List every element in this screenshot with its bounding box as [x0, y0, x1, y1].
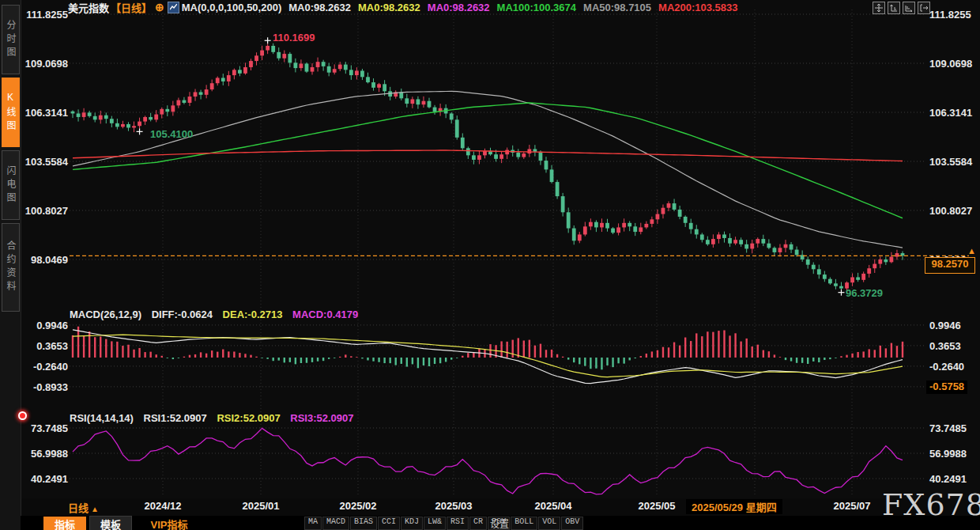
sidebar: 分时图 K线图 闪电图 合约资料 [0, 0, 21, 530]
rsi3-value: RSI3:52.0907 [290, 412, 353, 424]
price-axis-right-2: 106.3141 [929, 107, 972, 119]
ma-settings-label: MA(0,0,0,100,50,200) [182, 2, 281, 13]
bottom-toolbar: 指标 模板 VIP指标 MA MACD BIAS CCI KDJ LW& RSI… [21, 516, 980, 530]
ma50-value: MA50:98.7105 [583, 2, 651, 13]
rsi-axis-right-0: 73.7485 [929, 422, 967, 434]
price-axis-left-3: 103.5584 [22, 156, 68, 168]
price-chart-canvas[interactable] [0, 0, 980, 530]
indicator-button-cci[interactable]: CCI [378, 517, 400, 530]
price-up-arrow-icon: ▲ [967, 246, 976, 256]
macd-axis-right-2: -0.2640 [929, 361, 964, 373]
date-label-2: 2025/02 [333, 500, 383, 512]
date-label-5: 2025/05 [631, 500, 682, 512]
macd-axis-left-0: 0.9946 [22, 320, 68, 331]
pan-chart-icon[interactable] [873, 2, 885, 14]
rsi-axis-left-1: 56.9988 [22, 448, 68, 460]
price-axis-left-1: 109.0698 [22, 58, 68, 70]
indicator-button-vol[interactable]: VOL [538, 517, 560, 530]
macd-last-value-badge: -0.5758 [926, 380, 967, 394]
early-low-price-label: 105.4100 [150, 128, 193, 140]
rsi-axis-right-1: 56.9988 [929, 448, 967, 460]
rsi-axis-left-0: 73.7485 [22, 422, 68, 434]
indicator-button-rsi[interactable]: RSI [447, 517, 469, 530]
date-label-1: 2025/01 [236, 500, 286, 512]
macd-axis-right-1: 0.3653 [929, 340, 961, 352]
indicator-button-bias[interactable]: BIAS [350, 517, 377, 530]
date-label-0: 2024/12 [138, 500, 188, 512]
high-price-label: 110.1699 [273, 32, 315, 44]
indicator-button-kdj[interactable]: KDJ [401, 517, 423, 530]
add-indicator-icon[interactable]: ⊕ [155, 1, 164, 13]
ma0-value-3: MA0:98.2632 [428, 2, 490, 13]
tab-indicators[interactable]: 指标 [43, 517, 86, 530]
last-price-badge: 98.2570 [925, 257, 975, 274]
macd-axis-left-1: 0.3653 [22, 340, 68, 352]
indicator-button-boll[interactable]: BOLL [511, 517, 537, 530]
date-label-3: 2025/03 [428, 500, 479, 512]
indicator-button-cr[interactable]: CR [469, 517, 487, 530]
rsi-axis-left-2: 40.2491 [22, 473, 68, 485]
macd-title: MACD(26,12,9) [70, 309, 141, 320]
indicator-chart-icon [168, 2, 179, 13]
sidebar-item-candlestick-chart[interactable]: K线图 [2, 78, 20, 147]
price-axis-right-1: 109.0698 [929, 58, 972, 70]
date-label-4: 2025/04 [528, 500, 579, 512]
chart-toolbar [873, 2, 930, 14]
symbol-title: 美元指数 [68, 0, 109, 15]
indicator-button-ma[interactable]: MA [304, 517, 322, 530]
macd-diff-value: DIFF:-0.0624 [152, 309, 213, 320]
tab-vip-indicators[interactable]: VIP指标 [139, 517, 199, 530]
exit-fullscreen-icon[interactable] [918, 2, 930, 14]
price-axis-right-0: 111.8255 [929, 9, 971, 21]
settings-button[interactable]: 设置 [490, 517, 509, 530]
macd-dea-value: DEA:-0.2713 [223, 309, 283, 320]
period-title: 【日线】 [111, 0, 152, 15]
period-dropdown-icon: ▲ [91, 505, 99, 513]
indicator-button-macd[interactable]: MACD [322, 517, 349, 530]
crosshair-date-label: 2025/05/29 星期四 [686, 499, 782, 514]
macd-axis-right-0: 0.9946 [929, 320, 961, 331]
sidebar-item-timeline-chart[interactable]: 分时图 [2, 5, 20, 74]
indicator-button-obv[interactable]: OBV [561, 517, 583, 530]
rsi-header: RSI(14,14,14) RSI1:52.0907 RSI2:52.0907 … [70, 412, 361, 424]
ma200-value: MA200:103.5833 [658, 2, 737, 13]
rsi-title: RSI(14,14,14) [70, 412, 134, 424]
low-price-label: 96.3729 [846, 287, 883, 299]
price-axis-right-4: 100.8027 [929, 205, 972, 217]
period-selector[interactable]: 日线▲ [68, 500, 99, 515]
y-axis-scale-icon[interactable] [888, 2, 900, 14]
price-axis-left-4: 100.8027 [22, 205, 68, 217]
rsi2-value: RSI2:52.0907 [217, 412, 280, 424]
indicator-button-lw[interactable]: LW& [424, 517, 446, 530]
sidebar-item-lightning-chart[interactable]: 闪电图 [2, 150, 20, 220]
ma0-value-1: MA0:98.2632 [288, 2, 351, 13]
macd-axis-left-2: -0.2640 [22, 361, 68, 373]
price-axis-left-2: 106.3141 [22, 107, 68, 119]
period-label: 日线 [68, 502, 89, 514]
chart-header: 美元指数 【日线】 ⊕ MA(0,0,0,100,50,200) MA0:98.… [24, 1, 745, 13]
date-label-last: 2025/07 [827, 500, 877, 512]
ma0-value-2: MA0:98.2632 [358, 2, 420, 13]
chart-application: 分时图 K线图 闪电图 合约资料 美元指数 【日线】 ⊕ MA(0,0,0,10… [0, 0, 980, 530]
live-dot-icon [18, 411, 27, 420]
macd-macd-value: MACD:0.4179 [292, 309, 358, 320]
price-axis-left-5: 98.0469 [22, 254, 68, 266]
rsi-axis-right-2: 40.2491 [929, 473, 967, 485]
price-axis-right-3: 103.5584 [929, 156, 972, 168]
rsi1-value: RSI1:52.0907 [144, 412, 207, 424]
macd-header: MACD(26,12,9) DIFF:-0.0624 DEA:-0.2713 M… [70, 309, 365, 320]
macd-axis-left-3: -0.8933 [22, 381, 68, 393]
x-axis-scale-icon[interactable] [903, 2, 915, 14]
tab-templates[interactable]: 模板 [89, 516, 132, 530]
indicator-button-row: MA MACD BIAS CCI KDJ LW& RSI CR PSY BOLL… [304, 517, 584, 530]
date-axis: 日线▲ 2024/12 2025/01 2025/02 2025/03 2025… [21, 498, 980, 516]
sidebar-item-contract-info[interactable]: 合约资料 [2, 223, 20, 312]
ma100-value: MA100:100.3674 [497, 2, 576, 13]
